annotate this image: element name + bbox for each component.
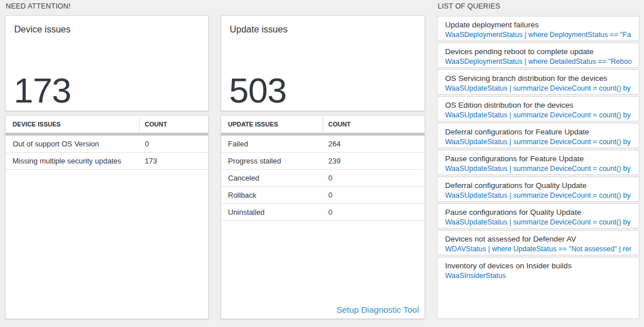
query-list: Update deployment failures WaaSDeploymen…	[437, 16, 639, 319]
device-issues-tile[interactable]: Device issues 173	[5, 15, 209, 111]
issue-label: Missing multiple security updates	[13, 157, 121, 165]
table-row[interactable]: Canceled 0	[221, 170, 425, 187]
query-code: WaaSDeploymentStatus | where DeploymentS…	[445, 30, 631, 39]
query-title: OS Servicing branch distribution for the…	[445, 73, 631, 83]
table-row[interactable]: Failed 264	[221, 136, 425, 153]
update-issues-count: 503	[229, 73, 286, 108]
query-code: WaaSUpdateStatus | summarize DeviceCount…	[445, 191, 631, 200]
issue-count: 0	[145, 140, 149, 148]
update-issues-table: UPDATE ISSUES COUNT Failed 264 Progress …	[221, 115, 425, 319]
issue-count: 264	[328, 140, 341, 148]
table-row[interactable]: Out of support OS Version 0	[6, 136, 208, 153]
issue-count: 0	[328, 191, 332, 199]
query-list-item[interactable]: Deferral configurations for Feature Upda…	[437, 123, 639, 148]
issue-label: Progress stalled	[228, 157, 281, 165]
column-divider	[139, 117, 140, 132]
query-list-item[interactable]: Pause configurations for Quality Update …	[437, 203, 639, 228]
update-issues-title: Update issues	[230, 24, 287, 35]
list-of-queries-section-label: LIST OF QUERIES	[438, 2, 500, 10]
query-title: Inventory of devices on Insider builds	[445, 261, 631, 271]
update-issues-tile[interactable]: Update issues 503	[221, 15, 425, 111]
query-list-item[interactable]: Update deployment failures WaaSDeploymen…	[437, 16, 639, 41]
table-row[interactable]: Rollback 0	[221, 187, 425, 204]
query-code: WaaSDeploymentStatus | where DetailedSta…	[445, 57, 631, 66]
issue-count: 173	[145, 157, 157, 165]
query-list-item[interactable]: Devices pending reboot to complete updat…	[437, 43, 639, 68]
query-title: Pause configurations for Quality Update	[445, 207, 631, 217]
query-list-item[interactable]: Deferral configurations for Quality Upda…	[437, 177, 639, 202]
device-issues-title: Device issues	[14, 24, 71, 35]
query-code: WaaSUpdateStatus | summarize DeviceCount…	[445, 137, 631, 146]
query-code: WaaSUpdateStatus | summarize DeviceCount…	[445, 111, 631, 120]
query-list-item[interactable]: OS Edition distribution for the devices …	[437, 96, 639, 121]
query-title: Pause configurations for Feature Update	[445, 154, 631, 164]
query-list-item[interactable]: Inventory of devices on Insider builds W…	[437, 257, 639, 319]
table-row[interactable]: Missing multiple security updates 173	[6, 153, 208, 170]
query-list-item[interactable]: Devices not assessed for Defender AV WDA…	[437, 230, 639, 255]
update-issues-rows: Failed 264 Progress stalled 239 Canceled…	[221, 136, 425, 221]
device-issues-table-header: DEVICE ISSUES COUNT	[6, 116, 208, 133]
issue-count: 0	[328, 208, 332, 216]
table-row[interactable]: Progress stalled 239	[221, 153, 425, 170]
issue-count: 0	[328, 174, 332, 182]
count-column-header: COUNT	[328, 121, 350, 128]
update-issues-table-header: UPDATE ISSUES COUNT	[221, 116, 425, 133]
device-issues-column-header: DEVICE ISSUES	[13, 121, 60, 128]
query-list-item[interactable]: Pause configurations for Feature Update …	[437, 150, 639, 175]
update-issues-column-header: UPDATE ISSUES	[228, 121, 278, 128]
issue-label: Failed	[228, 140, 248, 148]
query-code: WaaSInsiderStatus	[445, 271, 631, 280]
need-attention-section-label: NEED ATTENTION!	[6, 2, 71, 10]
issue-label: Canceled	[228, 174, 259, 182]
query-title: Devices not assessed for Defender AV	[445, 234, 631, 244]
issue-label: Rollback	[228, 191, 256, 199]
query-title: Deferral configurations for Feature Upda…	[445, 127, 631, 137]
device-issues-count: 173	[14, 73, 71, 108]
setup-diagnostic-tool-link[interactable]: Setup Diagnostic Tool	[336, 305, 419, 314]
query-title: Update deployment failures	[445, 20, 631, 30]
device-issues-rows: Out of support OS Version 0 Missing mult…	[6, 136, 208, 170]
query-code: WaaSUpdateStatus | summarize DeviceCount…	[445, 218, 631, 227]
column-divider	[323, 117, 323, 132]
count-column-header: COUNT	[145, 121, 167, 128]
issue-count: 239	[328, 157, 341, 165]
query-list-item[interactable]: OS Servicing branch distribution for the…	[437, 70, 639, 95]
device-issues-table: DEVICE ISSUES COUNT Out of support OS Ve…	[5, 115, 209, 319]
query-title: Deferral configurations for Quality Upda…	[445, 181, 631, 190]
query-code: WaaSUpdateStatus | summarize DeviceCount…	[445, 84, 631, 93]
query-code: WDAVStatus | where UpdateStatus == "Not …	[445, 244, 631, 254]
query-title: Devices pending reboot to complete updat…	[445, 47, 631, 56]
issue-label: Out of support OS Version	[13, 140, 99, 148]
issue-label: Uninstalled	[228, 208, 264, 216]
query-title: OS Edition distribution for the devices	[445, 100, 631, 110]
query-code: WaaSUpdateStatus | summarize DeviceCount…	[445, 164, 631, 173]
table-row[interactable]: Uninstalled 0	[221, 204, 425, 221]
